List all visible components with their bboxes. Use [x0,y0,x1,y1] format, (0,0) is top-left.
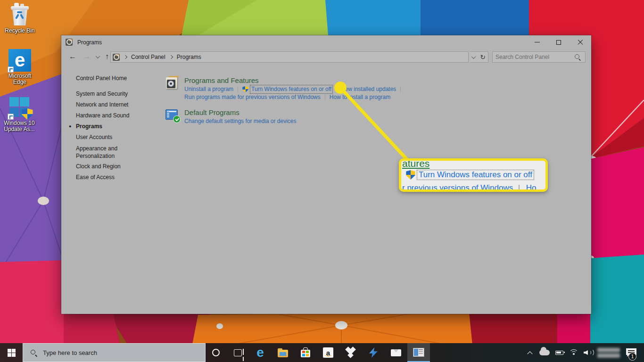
taskbar-search-box[interactable] [23,343,206,362]
link-turn-windows-features-on-or-off[interactable]: Turn Windows features on or off [242,85,332,93]
title-bar[interactable]: Programs [61,35,591,49]
taskbar-search-input[interactable] [42,349,205,357]
sidebar-item-control-panel-home[interactable]: Control Panel Home [61,73,151,84]
link-separator [238,87,238,92]
breadcrumb-item-programs[interactable]: Programs [177,54,201,60]
shortcut-arrow-icon [8,114,14,120]
back-button[interactable]: ← [66,50,79,63]
tray-battery[interactable] [553,343,565,362]
lightning-app-icon [369,347,378,358]
default-programs-icon[interactable] [165,108,179,122]
task-view-button[interactable] [226,343,249,362]
sidebar-item-appearance-and-personalization[interactable]: Appearance and Personalization [61,143,139,161]
uac-shield-icon [22,108,33,120]
breadcrumb-chevron-icon [124,55,127,59]
system-tray: 1 [524,343,644,362]
amazon-button[interactable]: a [317,343,339,362]
microsoft-store-button[interactable] [294,343,317,362]
cortana-button[interactable] [206,343,226,362]
desktop-icon-label: Microsoft Edge [3,73,36,85]
sidebar: Control Panel Home System and Security N… [61,65,165,314]
desktop-icon-windows10-update-assistant[interactable]: Windows 10 Update As... [0,96,40,132]
sidebar-item-system-and-security[interactable]: System and Security [61,89,151,99]
address-bar-controls: ↻ [470,51,488,63]
dropbox-icon [345,347,356,358]
control-panel-search[interactable] [492,51,586,63]
section-title-default-programs[interactable]: Default Programs [184,108,296,117]
breadcrumb-chevron-icon [169,55,173,59]
edge-icon: e [256,346,264,359]
taskbar-edge-button[interactable]: e [249,343,272,362]
store-icon [301,350,310,357]
mail-button[interactable] [385,343,407,362]
screen: Recycle Bin e Microsoft Edge Windows 10 … [0,0,644,362]
link-change-default-settings[interactable]: Change default settings for media or dev… [184,117,296,125]
tray-volume[interactable] [583,343,594,362]
sidebar-item-ease-of-access[interactable]: Ease of Access [61,172,151,183]
task-view-icon [234,349,242,356]
shortcut-arrow-icon [8,66,14,73]
sidebar-item-user-accounts[interactable]: User Accounts [61,132,151,143]
search-icon[interactable] [574,53,581,61]
back-icon: ← [69,52,76,61]
callout-link-turn-windows-features[interactable]: Turn Windows features on or off [417,170,534,180]
link-how-to-install-a-program[interactable]: How to install a program [330,93,390,101]
cortana-icon [212,349,220,356]
clock-blurred[interactable] [597,346,620,359]
maximize-icon [556,40,561,45]
breadcrumb-item-control-panel[interactable]: Control Panel [131,54,165,60]
address-bar[interactable]: Control Panel Programs [110,51,469,63]
wifi-icon [569,349,578,356]
section-default-programs: Default Programs Change default settings… [165,108,591,125]
desktop-icon-recycle-bin[interactable]: Recycle Bin [0,4,40,34]
search-input[interactable] [493,54,574,60]
uac-shield-icon [406,170,415,180]
tray-wifi[interactable] [568,343,579,362]
search-icon [30,349,37,356]
minimize-button[interactable] [526,35,548,49]
address-location-icon [113,54,120,61]
close-icon [578,40,583,45]
volume-icon [584,349,593,356]
refresh-icon[interactable]: ↻ [480,54,486,60]
sidebar-item-hardware-and-sound[interactable]: Hardware and Sound [61,110,151,121]
desktop-icon-microsoft-edge[interactable]: e Microsoft Edge [0,49,40,85]
recycle-bin-icon [8,4,31,26]
tray-onedrive[interactable] [539,343,550,362]
section-title-programs-and-features[interactable]: Programs and Features [184,76,405,85]
address-dropdown-icon[interactable] [471,54,476,59]
link-view-installed-updates[interactable]: View installed updates [340,85,396,93]
up-icon: ↑ [105,52,109,61]
sidebar-item-clock-and-region[interactable]: Clock and Region [61,161,151,172]
taskbar-control-panel-button-active[interactable] [407,343,430,362]
amazon-icon: a [323,347,333,358]
dropbox-button[interactable] [339,343,362,362]
link-separator [400,87,401,92]
control-panel-window-icon [413,348,424,357]
file-explorer-button[interactable] [272,343,294,362]
programs-and-features-icon[interactable] [165,76,179,90]
battery-icon [555,351,563,355]
tray-show-hidden-icons[interactable] [524,343,536,362]
callout-magnifier-box: atures Turn Windows features on or off r… [399,158,548,192]
minimize-icon [535,42,540,42]
sidebar-item-programs[interactable]: ● Programs [61,121,151,132]
window-title: Programs [77,39,102,46]
start-button[interactable] [0,343,23,362]
action-center-button[interactable]: 1 [623,343,639,362]
taskbar: e a 1 [0,343,644,362]
callout-clipped-heading: atures [402,158,429,169]
desktop-icon-label: Windows 10 Update As... [0,120,39,132]
forward-button[interactable]: → [81,50,93,63]
link-separator [325,95,325,100]
onedrive-cloud-icon [539,350,550,355]
link-run-programs-previous-versions[interactable]: Run programs made for previous versions … [184,93,321,101]
link-uninstall-a-program[interactable]: Uninstall a program [184,85,233,93]
app-lightning-button[interactable] [362,343,385,362]
navigation-toolbar: ← → ↑ Control Panel Programs ↻ [61,49,591,65]
maximize-button[interactable] [548,35,570,49]
windows-update-assistant-icon [8,96,31,119]
close-button[interactable] [570,35,591,49]
active-item-bullet: ● [69,121,71,132]
sidebar-item-network-and-internet[interactable]: Network and Internet [61,99,151,110]
